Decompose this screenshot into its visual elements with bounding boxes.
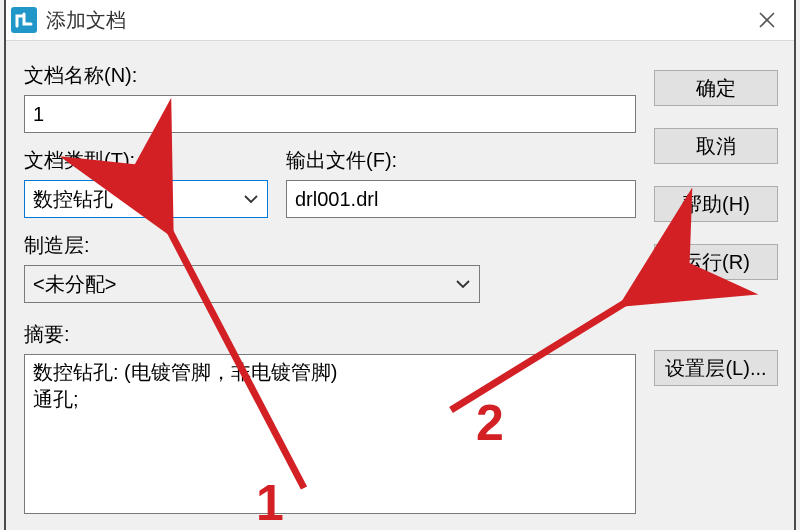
summary-label: 摘要: xyxy=(24,321,636,348)
doc-name-input[interactable] xyxy=(24,95,636,133)
chevron-down-icon xyxy=(243,191,259,207)
doc-type-label: 文档类型(T): xyxy=(24,147,268,174)
doc-name-label: 文档名称(N): xyxy=(24,62,636,89)
mfg-layer-value: <未分配> xyxy=(33,271,116,298)
close-button[interactable] xyxy=(740,0,794,40)
doc-type-combobox[interactable]: 数控钻孔 xyxy=(24,180,268,218)
cancel-button[interactable]: 取消 xyxy=(654,128,778,164)
chevron-down-icon xyxy=(455,276,471,292)
close-icon xyxy=(758,11,776,29)
dialog-window: 添加文档 文档名称(N): 文档类型(T): 数控钻孔 xyxy=(4,0,796,530)
app-icon xyxy=(10,6,38,34)
titlebar: 添加文档 xyxy=(6,0,794,41)
button-column: 确定 取消 帮助(H) 运行(R) 设置层(L)... xyxy=(654,70,778,408)
mfg-layer-combobox[interactable]: <未分配> xyxy=(24,265,480,303)
window-title: 添加文档 xyxy=(46,7,740,34)
summary-textarea[interactable] xyxy=(24,354,636,514)
doc-type-value: 数控钻孔 xyxy=(33,186,113,213)
mfg-layer-label: 制造层: xyxy=(24,232,636,259)
client-area: 文档名称(N): 文档类型(T): 数控钻孔 输出文件(F): xyxy=(6,40,794,530)
ok-button[interactable]: 确定 xyxy=(654,70,778,106)
run-button[interactable]: 运行(R) xyxy=(654,244,778,280)
output-file-label: 输出文件(F): xyxy=(286,147,636,174)
set-layer-button[interactable]: 设置层(L)... xyxy=(654,350,778,386)
help-button[interactable]: 帮助(H) xyxy=(654,186,778,222)
output-file-input[interactable] xyxy=(286,180,636,218)
